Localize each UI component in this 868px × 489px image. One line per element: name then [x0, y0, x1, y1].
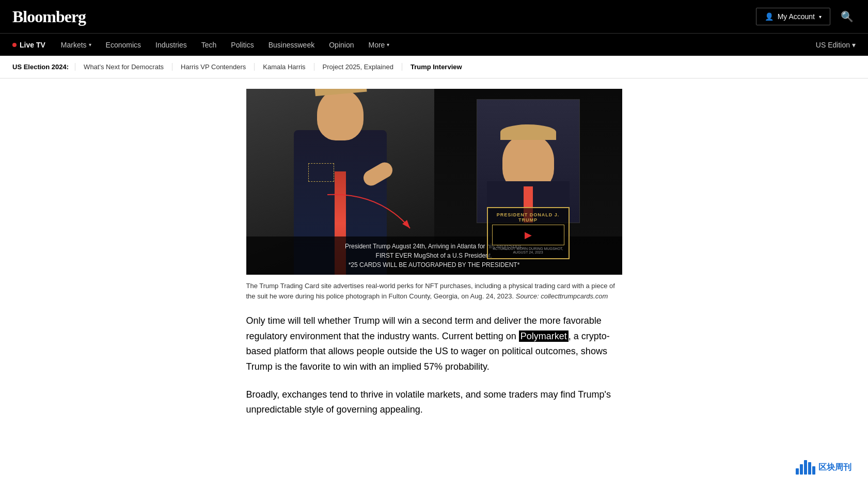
user-icon: 👤 — [765, 12, 774, 21]
site-header: Bloomberg 👤 My Account ▾ 🔍 — [0, 0, 868, 33]
election-link-harris-vp[interactable]: Harris VP Contenders — [172, 63, 254, 71]
my-account-button[interactable]: 👤 My Account ▾ — [756, 8, 830, 25]
main-nav: Live TV Markets ▾ Economics Industries T… — [0, 33, 868, 56]
polymarket-link[interactable]: Polymarket — [519, 330, 569, 342]
article-paragraph-1: Only time will tell whether Trump will w… — [246, 313, 622, 375]
article-caption: The Trump Trading Card site advertises r… — [246, 281, 622, 301]
article-image: PRESIDENT DONALD J. TRUMP ▶ ACTUAL CUT W… — [246, 89, 622, 275]
article-body: Only time will tell whether Trump will w… — [246, 313, 622, 418]
chevron-down-icon: ▾ — [89, 42, 91, 48]
election-bar: US Election 2024: What's Next for Democr… — [0, 56, 868, 78]
election-link-project2025[interactable]: Project 2025, Explained — [314, 63, 402, 71]
caption-line-3: *25 CARDS WILL BE AUTOGRAPHED BY THE PRE… — [255, 260, 614, 270]
mugshot-card: PRESIDENT DONALD J. TRUMP ▶ ACTUAL CUT W… — [487, 207, 570, 259]
chevron-down-icon: ▾ — [852, 41, 856, 49]
bloomberg-logo[interactable]: Bloomberg — [12, 7, 86, 26]
nav-item-more[interactable]: More ▾ — [361, 34, 397, 56]
nav-item-economics[interactable]: Economics — [99, 34, 148, 56]
live-dot-icon — [12, 43, 17, 47]
chevron-down-icon: ▾ — [387, 42, 389, 48]
arrow-icon: ▶ — [525, 229, 532, 241]
main-content: PRESIDENT DONALD J. TRUMP ▶ ACTUAL CUT W… — [238, 78, 630, 451]
trading-card-annotation — [308, 163, 334, 182]
nav-item-politics[interactable]: Politics — [224, 34, 261, 56]
election-link-trump-interview[interactable]: Trump Interview — [402, 63, 470, 71]
nav-right: US Edition ▾ — [816, 41, 856, 49]
nav-item-opinion[interactable]: Opinion — [322, 34, 361, 56]
chevron-down-icon: ▾ — [819, 14, 822, 20]
caption-source: Source: collecttrumpcards.com — [516, 292, 608, 300]
nav-item-tech[interactable]: Tech — [194, 34, 224, 56]
election-links: What's Next for Democrats Harris VP Cont… — [75, 63, 470, 71]
live-tv-link[interactable]: Live TV — [12, 41, 54, 49]
article-image-container: PRESIDENT DONALD J. TRUMP ▶ ACTUAL CUT W… — [246, 89, 622, 275]
election-link-democrats[interactable]: What's Next for Democrats — [75, 63, 172, 71]
article-paragraph-2: Broadly, exchanges tend to thrive in vol… — [246, 387, 622, 418]
nav-item-industries[interactable]: Industries — [148, 34, 194, 56]
election-label: US Election 2024: — [12, 63, 69, 71]
nav-item-markets[interactable]: Markets ▾ — [54, 34, 99, 56]
us-edition-selector[interactable]: US Edition ▾ — [816, 41, 856, 49]
election-link-kamala[interactable]: Kamala Harris — [254, 63, 313, 71]
nav-left: Live TV Markets ▾ Economics Industries T… — [12, 34, 397, 56]
header-right: 👤 My Account ▾ 🔍 — [756, 8, 856, 25]
search-button[interactable]: 🔍 — [839, 8, 856, 25]
nav-item-businessweek[interactable]: Businessweek — [261, 34, 322, 56]
